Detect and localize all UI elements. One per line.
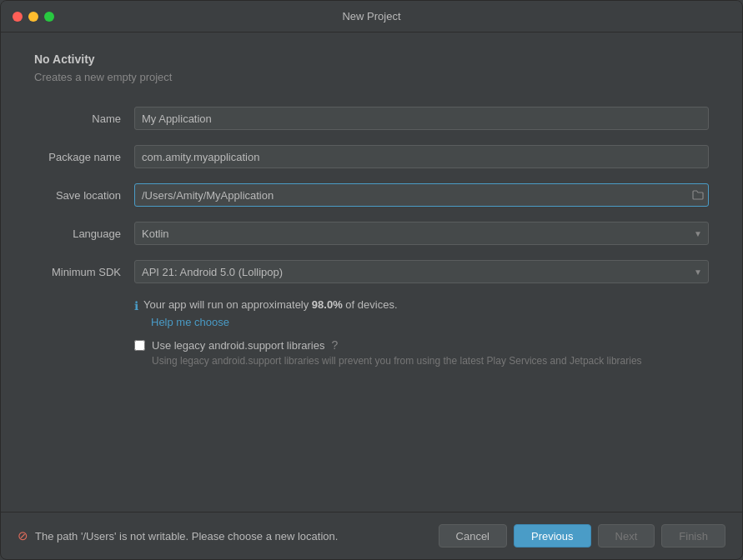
info-text: Your app will run on approximately 98.0%… (143, 298, 398, 311)
cancel-button[interactable]: Cancel (439, 524, 507, 548)
name-row: Name (34, 107, 709, 130)
legacy-checkbox-label: Use legacy android.support libraries ? (134, 338, 642, 352)
package-row: Package name (34, 145, 709, 168)
save-location-input[interactable] (134, 183, 709, 207)
minimum-sdk-select[interactable]: API 21: Android 5.0 (Lollipop) API 22 AP… (134, 260, 709, 283)
legacy-label-text: Use legacy android.support libraries (152, 339, 324, 352)
error-icon: ⊘ (18, 528, 28, 543)
name-input[interactable] (134, 107, 709, 130)
next-button: Next (598, 524, 655, 548)
window-title: New Project (342, 10, 400, 22)
info-icon: ℹ (134, 299, 138, 312)
previous-button[interactable]: Previous (514, 524, 591, 548)
error-message: The path '/Users' is not writable. Pleas… (35, 530, 338, 542)
package-label: Package name (34, 151, 134, 163)
help-me-choose-link[interactable]: Help me choose (151, 316, 709, 328)
language-row: Language Kotlin Java ▼ (34, 222, 709, 245)
info-row: ℹ Your app will run on approximately 98.… (134, 298, 709, 312)
legacy-description: Using legacy android.support libraries w… (152, 354, 642, 368)
coverage-percent: 98.0% (312, 298, 343, 311)
save-location-label: Save location (34, 189, 134, 202)
minimum-sdk-label: Minimum SDK (34, 266, 134, 278)
minimum-sdk-select-wrapper: API 21: Android 5.0 (Lollipop) API 22 AP… (134, 260, 709, 283)
error-section: ⊘ The path '/Users' is not writable. Ple… (18, 528, 439, 543)
section-subtitle: Creates a new empty project (34, 71, 709, 83)
language-label: Language (34, 228, 134, 240)
new-project-window: New Project No Activity Creates a new em… (0, 0, 743, 560)
package-input[interactable] (134, 145, 709, 168)
form-area: Name Package name Save location (34, 107, 709, 495)
main-content: No Activity Creates a new empty project … (1, 32, 742, 512)
language-select-wrapper: Kotlin Java ▼ (134, 222, 709, 245)
info-section: ℹ Your app will run on approximately 98.… (134, 298, 709, 328)
legacy-help-icon[interactable]: ? (331, 338, 338, 352)
finish-button: Finish (661, 524, 725, 548)
button-group: Cancel Previous Next Finish (439, 524, 725, 548)
name-label: Name (34, 112, 134, 125)
bottom-bar: ⊘ The path '/Users' is not writable. Ple… (1, 512, 742, 559)
language-select[interactable]: Kotlin Java (134, 222, 709, 245)
traffic-lights (13, 12, 54, 22)
maximize-button[interactable] (44, 12, 54, 22)
save-location-wrapper (134, 183, 709, 207)
minimum-sdk-row: Minimum SDK API 21: Android 5.0 (Lollipo… (34, 260, 709, 283)
save-location-row: Save location (34, 183, 709, 207)
titlebar: New Project (1, 1, 742, 32)
close-button[interactable] (13, 12, 23, 22)
legacy-checkbox[interactable] (134, 340, 145, 351)
legacy-libraries-section: Use legacy android.support libraries ? U… (134, 338, 709, 368)
section-title: No Activity (34, 52, 709, 66)
browse-folder-button[interactable] (692, 190, 704, 200)
minimize-button[interactable] (28, 12, 38, 22)
